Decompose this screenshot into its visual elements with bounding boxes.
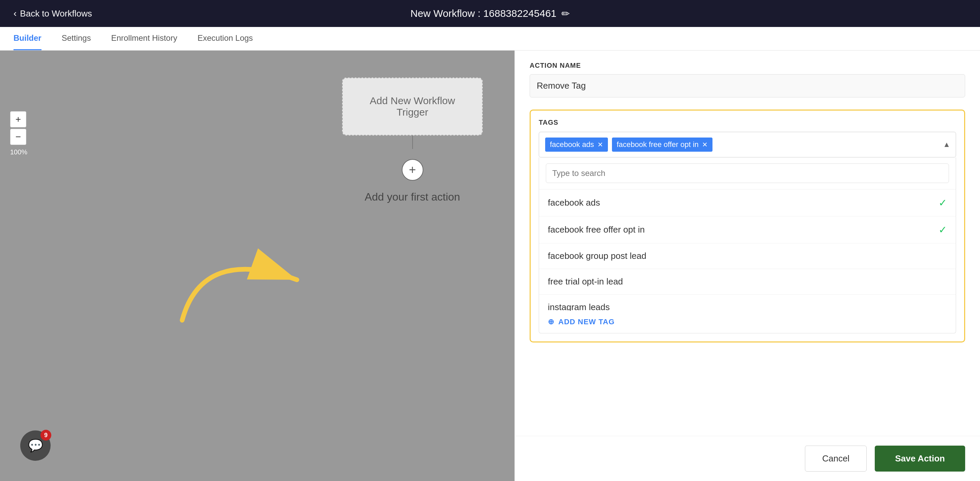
zoom-percent: 100% <box>10 148 27 156</box>
action-name-input[interactable] <box>530 74 965 97</box>
trigger-label: Add New WorkflowTrigger <box>370 95 455 117</box>
right-panel: Remove Contact Tag Removes specified tag… <box>514 0 980 481</box>
dropdown-item-free-trial[interactable]: free trial opt-in lead <box>539 269 956 295</box>
dropdown-item-label: instagram leads <box>548 302 610 311</box>
dropdown-item-facebook-group[interactable]: facebook group post lead <box>539 243 956 269</box>
back-to-workflows-link[interactable]: ‹ Back to Workflows <box>13 8 92 19</box>
tags-label: TAGS <box>539 119 956 126</box>
add-new-tag-button[interactable]: ⊕ ADD NEW TAG <box>539 311 956 333</box>
panel-body: ACTION NAME TAGS facebook ads ✕ facebook… <box>515 47 980 436</box>
tags-section: TAGS facebook ads ✕ facebook free offer … <box>530 110 965 343</box>
remove-tag-facebook-ads[interactable]: ✕ <box>597 141 603 148</box>
search-input[interactable] <box>546 164 949 183</box>
dropdown-item-label: facebook group post lead <box>548 251 646 261</box>
top-nav: ‹ Back to Workflows New Workflow : 16883… <box>0 0 980 27</box>
tag-chip-label: facebook ads <box>550 140 594 149</box>
dropdown-list: facebook ads ✓ facebook free offer opt i… <box>539 189 956 311</box>
tab-execution-logs[interactable]: Execution Logs <box>197 27 253 50</box>
tag-chip-label: facebook free offer opt in <box>617 140 698 149</box>
connector-line <box>412 135 413 149</box>
dropdown-item-facebook-free-offer[interactable]: facebook free offer opt in ✓ <box>539 216 956 243</box>
check-icon: ✓ <box>939 224 947 236</box>
arrow-annotation <box>162 212 331 347</box>
tag-selector[interactable]: facebook ads ✕ facebook free offer opt i… <box>539 132 956 157</box>
cancel-button[interactable]: Cancel <box>805 446 867 471</box>
chat-badge[interactable]: 💬 9 <box>20 430 51 461</box>
trigger-box[interactable]: Add New WorkflowTrigger <box>342 78 483 135</box>
dropdown-item-label: facebook ads <box>548 197 600 208</box>
chat-notification-count: 9 <box>40 430 51 441</box>
dropdown-item-label: free trial opt-in lead <box>548 276 623 287</box>
tag-chip-facebook-ads: facebook ads ✕ <box>545 138 608 152</box>
back-label: Back to Workflows <box>20 8 92 19</box>
dropdown-item-facebook-ads[interactable]: facebook ads ✓ <box>539 189 956 216</box>
panel-footer: Cancel Save Action <box>515 436 980 481</box>
tab-builder[interactable]: Builder <box>13 27 41 50</box>
selector-arrow-icon: ▲ <box>943 140 950 149</box>
remove-tag-facebook-free-offer[interactable]: ✕ <box>702 141 708 148</box>
tab-bar: Builder Settings Enrollment History Exec… <box>0 27 980 51</box>
back-arrow-icon: ‹ <box>13 8 16 19</box>
search-box <box>539 157 956 189</box>
add-new-tag-label: ADD NEW TAG <box>558 317 615 326</box>
zoom-controls: + − 100% <box>10 111 27 156</box>
dropdown-item-label: facebook free offer opt in <box>548 224 645 235</box>
workflow-title: New Workflow : 1688382245461 ✏ <box>410 8 570 19</box>
save-action-button[interactable]: Save Action <box>875 446 965 471</box>
workflow-title-text: New Workflow : 1688382245461 <box>410 8 556 19</box>
add-first-action-label: Add your first action <box>365 191 460 203</box>
action-name-label: ACTION NAME <box>530 62 965 70</box>
tag-dropdown: facebook ads ✓ facebook free offer opt i… <box>539 157 956 333</box>
zoom-out-button[interactable]: − <box>10 129 26 145</box>
add-action-button[interactable]: + <box>402 159 423 181</box>
chat-icon: 💬 <box>28 438 43 453</box>
check-icon: ✓ <box>939 197 947 209</box>
dropdown-item-instagram[interactable]: instagram leads <box>539 295 956 311</box>
zoom-in-button[interactable]: + <box>10 111 26 127</box>
edit-icon[interactable]: ✏ <box>562 8 570 19</box>
tab-settings[interactable]: Settings <box>62 27 91 50</box>
add-new-tag-icon: ⊕ <box>548 317 554 326</box>
tag-chip-facebook-free-offer: facebook free offer opt in ✕ <box>612 138 713 152</box>
tab-enrollment-history[interactable]: Enrollment History <box>111 27 177 50</box>
